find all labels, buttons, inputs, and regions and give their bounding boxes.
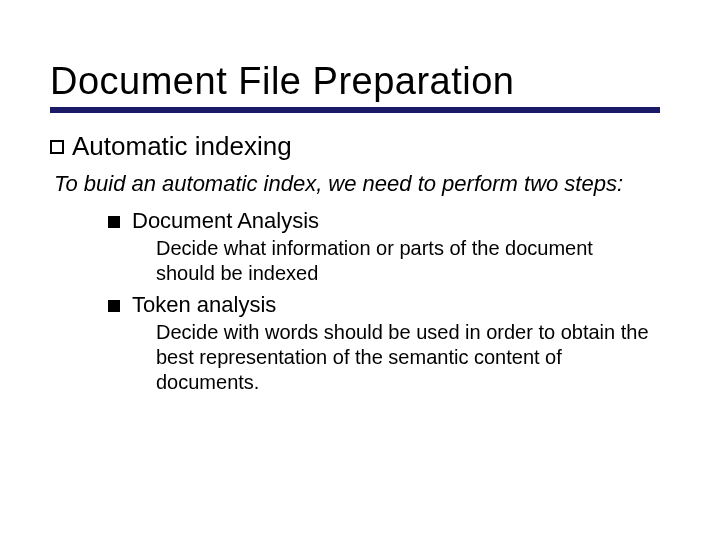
step-row: Document Analysis — [108, 208, 670, 234]
solid-square-bullet-icon — [108, 216, 120, 228]
open-square-bullet-icon — [50, 140, 64, 154]
section-heading: Automatic indexing — [72, 131, 292, 162]
solid-square-bullet-icon — [108, 300, 120, 312]
step-description: Decide what information or parts of the … — [156, 236, 650, 286]
step-label: Document Analysis — [132, 208, 319, 234]
intro-text: To buid an automatic index, we need to p… — [54, 170, 670, 198]
slide: Document File Preparation Automatic inde… — [0, 0, 720, 540]
step-row: Token analysis — [108, 292, 670, 318]
step-label: Token analysis — [132, 292, 276, 318]
step-description: Decide with words should be used in orde… — [156, 320, 650, 395]
title-underline — [50, 107, 660, 113]
slide-title: Document File Preparation — [50, 60, 670, 103]
section-row: Automatic indexing — [50, 131, 670, 162]
